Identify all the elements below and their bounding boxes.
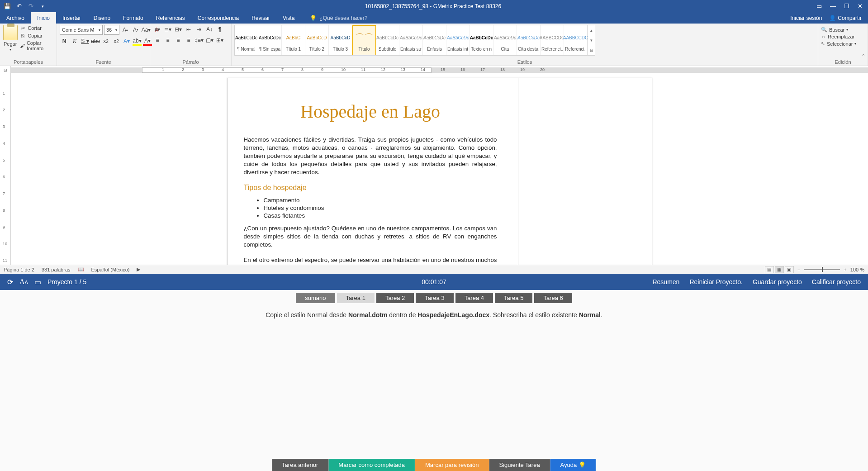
tab-formato[interactable]: Formato — [117, 12, 150, 24]
underline-button[interactable]: S ▾ — [81, 37, 90, 46]
list-item[interactable]: Campamento — [264, 197, 497, 204]
style-ttulo1[interactable]: AaBbCTítulo 1 — [282, 25, 305, 55]
prev-task-button[interactable]: Tarea anterior — [272, 459, 328, 471]
task-tab-5[interactable]: Tarea 5 — [495, 293, 532, 303]
doc-heading2[interactable]: Tipos de hospedaje — [244, 184, 497, 193]
superscript-button[interactable]: x2 — [112, 37, 121, 46]
style-textoenn[interactable]: AaBbCcDcTexto en n... — [470, 25, 493, 55]
style-cita[interactable]: AaBbCcDcCita — [493, 25, 517, 55]
share-button[interactable]: 👤 Compartir — [829, 15, 862, 21]
numbering-button[interactable]: ≣▾ — [163, 25, 172, 34]
style-ttulo3[interactable]: AaBbCcDTítulo 3 — [329, 25, 352, 55]
zoom-slider[interactable] — [804, 269, 840, 270]
ruler-horizontal[interactable]: ⊡ 1234567891011121314151617181920 — [0, 66, 868, 74]
window-icon[interactable]: ▭ — [34, 278, 41, 286]
reset-icon[interactable]: ⟳ — [7, 278, 13, 286]
collapse-ribbon-icon[interactable]: ⌃ — [861, 53, 865, 59]
ruler-vertical[interactable]: 123456789101112 — [0, 74, 11, 265]
doc-paragraph[interactable]: Hacemos vacaciones fáciles y divertidas.… — [244, 136, 497, 176]
text-effects-button[interactable]: A▾ — [122, 37, 131, 46]
line-spacing-button[interactable]: ‡≡▾ — [194, 36, 204, 45]
tab-referencias[interactable]: Referencias — [150, 12, 191, 24]
list-item[interactable]: Hoteles y condominios — [264, 205, 497, 211]
doc-paragraph[interactable]: ¿Con un presupuesto ajustado? Quédese en… — [244, 224, 497, 249]
shading-button[interactable]: ▢▾ — [205, 36, 214, 45]
doc-title[interactable]: Hospedaje en Lago — [244, 101, 497, 122]
style-sinespa[interactable]: AaBbCcDc¶ Sin espa... — [258, 25, 282, 55]
copy-button[interactable]: ⎘Copiar — [19, 33, 54, 39]
style-referenci[interactable]: AABBCCDCReferenci... — [564, 25, 588, 55]
replace-button[interactable]: ↔Reemplazar — [821, 34, 856, 39]
task-tab-2[interactable]: Tarea 2 — [376, 293, 414, 303]
tab-correspondencia[interactable]: Correspondencia — [191, 12, 245, 24]
page-status[interactable]: Página 1 de 2 — [4, 267, 34, 272]
change-case-button[interactable]: Aa▾ — [142, 25, 151, 34]
show-marks-button[interactable]: ¶ — [215, 25, 224, 34]
tab-archivo[interactable]: Archivo — [0, 12, 31, 24]
next-task-button[interactable]: Siguiente Tarea — [489, 459, 550, 471]
font-name-combo[interactable]: Comic Sans M▾ — [60, 25, 103, 35]
help-button[interactable]: Ayuda 💡 — [550, 459, 596, 471]
shrink-font-button[interactable]: A▾ — [131, 25, 140, 34]
tab-insertar[interactable]: Insertar — [56, 12, 87, 24]
tell-me-search[interactable]: 💡 ¿Qué desea hacer? — [310, 15, 367, 21]
language-status[interactable]: Español (México) — [91, 267, 130, 272]
task-tab-1[interactable]: Tarea 1 — [337, 293, 375, 303]
task-tab-4[interactable]: Tarea 4 — [455, 293, 493, 303]
print-layout-icon[interactable]: ▦ — [775, 266, 784, 273]
resumen-link[interactable]: Resumen — [652, 278, 679, 285]
align-right-button[interactable]: ≡ — [174, 36, 183, 45]
qat-more-icon[interactable]: ▾ — [39, 3, 46, 10]
grow-font-button[interactable]: A▴ — [121, 25, 130, 34]
find-button[interactable]: 🔍Buscar ▾ — [821, 27, 856, 33]
styles-gallery[interactable]: AaBbCcDc¶ NormalAaBbCcDc¶ Sin espa...AaB… — [234, 25, 595, 56]
align-center-button[interactable]: ≡ — [163, 36, 172, 45]
style-citadesta[interactable]: AaBbCcDcCita desta... — [517, 25, 541, 55]
read-mode-icon[interactable]: ▤ — [765, 266, 774, 273]
italic-button[interactable]: K — [70, 37, 79, 46]
mark-complete-button[interactable]: Marcar como completada — [328, 459, 415, 471]
style-nfasisint[interactable]: AaBbCcDcÉnfasis int... — [446, 25, 470, 55]
style-nfasis[interactable]: AaBbCcDcÉnfasis — [423, 25, 446, 55]
format-painter-button[interactable]: 🖌Copiar formato — [19, 40, 54, 51]
style-nfasissutil[interactable]: AaBbCcDcÉnfasis sutil — [399, 25, 423, 55]
undo-icon[interactable]: ↶ — [15, 3, 23, 10]
increase-indent-button[interactable]: ⇥ — [194, 25, 204, 34]
tab-revisar[interactable]: Revisar — [245, 12, 276, 24]
task-tab-0[interactable]: sumario — [296, 293, 335, 303]
zoom-out-button[interactable]: − — [797, 267, 800, 272]
bullets-button[interactable]: ≡▾ — [153, 25, 162, 34]
minimize-icon[interactable]: — — [830, 3, 836, 10]
sort-button[interactable]: A↓ — [205, 25, 214, 34]
calificar-link[interactable]: Calificar proyecto — [812, 278, 861, 285]
align-left-button[interactable]: ≡ — [153, 36, 162, 45]
style-referenci[interactable]: AABBCCDCReferenci... — [541, 25, 564, 55]
page-content[interactable]: Hospedaje en Lago Hacemos vacaciones fác… — [244, 101, 497, 265]
font-size-icon[interactable]: AA — [19, 278, 28, 286]
macro-icon[interactable]: ▶ — [137, 266, 140, 272]
redo-icon[interactable]: ↷ — [27, 3, 34, 10]
style-ttulo2[interactable]: AaBbCcDTítulo 2 — [305, 25, 329, 55]
web-layout-icon[interactable]: ▣ — [785, 266, 794, 273]
tab-diseño[interactable]: Diseño — [87, 12, 117, 24]
subscript-button[interactable]: x2 — [101, 37, 110, 46]
multilevel-button[interactable]: ⊟▾ — [174, 25, 183, 34]
justify-button[interactable]: ≡ — [184, 36, 193, 45]
decrease-indent-button[interactable]: ⇤ — [184, 25, 193, 34]
doc-list[interactable]: Campamento Hoteles y condominios Casas f… — [264, 197, 497, 219]
highlight-button[interactable]: ab▾ — [133, 37, 142, 46]
document-scroll[interactable]: Hospedaje en Lago Hacemos vacaciones fác… — [11, 74, 868, 265]
zoom-in-button[interactable]: + — [844, 267, 846, 272]
borders-button[interactable]: ⊞▾ — [215, 36, 224, 45]
list-item[interactable]: Casas flotantes — [264, 212, 497, 219]
guardar-link[interactable]: Guardar proyecto — [753, 278, 802, 285]
strikethrough-button[interactable]: abc — [91, 37, 100, 46]
maximize-icon[interactable]: ❐ — [844, 3, 849, 10]
spell-check-icon[interactable]: 📖 — [78, 266, 84, 272]
cut-button[interactable]: ✂Cortar — [19, 25, 54, 31]
tab-inicio[interactable]: Inicio — [31, 12, 56, 24]
task-tab-6[interactable]: Tarea 6 — [534, 293, 572, 303]
tab-vista[interactable]: Vista — [276, 12, 301, 24]
styles-more-button[interactable]: ▴▾⊟ — [588, 25, 595, 55]
style-ttulo[interactable]: ⌒⌒Título — [352, 25, 376, 55]
